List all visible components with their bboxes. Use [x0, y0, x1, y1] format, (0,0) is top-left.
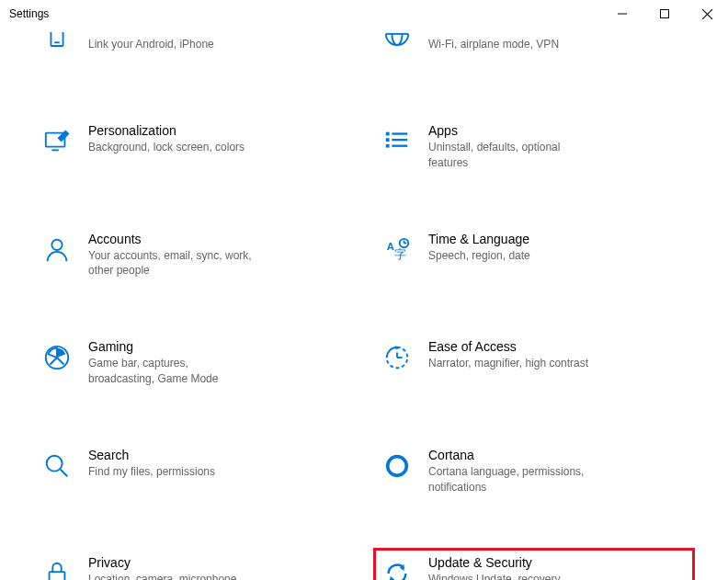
svg-rect-13: [386, 138, 390, 142]
item-desc: Find my files, permissions: [88, 464, 215, 480]
svg-line-22: [51, 358, 58, 365]
ease-of-access-icon: [381, 341, 414, 374]
setting-item-apps[interactable]: Apps Uninstall, defaults, optional featu…: [373, 116, 695, 178]
setting-item-phone[interactable]: Link your Android, iPhone: [33, 28, 355, 70]
item-desc: Wi-Fi, airplane mode, VPN: [428, 37, 559, 52]
setting-item-network[interactable]: Wi-Fi, airplane mode, VPN: [373, 28, 695, 70]
setting-item-gaming[interactable]: Gaming Game bar, captures, broadcasting,…: [33, 332, 355, 394]
item-title: Update & Security: [428, 555, 594, 570]
personalization-icon: [40, 125, 74, 158]
svg-rect-4: [51, 32, 63, 46]
item-desc: Windows Update, recovery, backup: [428, 572, 594, 580]
setting-item-time-language[interactable]: A 字 Time & Language Speech, region, date: [373, 224, 695, 287]
svg-marker-32: [391, 576, 395, 580]
item-desc: Speech, region, date: [428, 248, 530, 264]
item-desc: Cortana language, permissions, notificat…: [428, 464, 594, 495]
item-text: Time & Language Speech, region, date: [428, 232, 530, 264]
item-text: Cortana Cortana language, permissions, n…: [428, 448, 594, 495]
cortana-icon: [381, 449, 414, 483]
setting-item-personalization[interactable]: Personalization Background, lock screen,…: [33, 116, 355, 178]
item-text: Personalization Background, lock screen,…: [88, 123, 245, 155]
item-text: Accounts Your accounts, email, sync, wor…: [88, 232, 254, 279]
svg-text:A: A: [387, 241, 394, 252]
globe-icon: [381, 29, 414, 63]
update-security-icon: [381, 557, 414, 580]
item-desc: Location, camera, microphone: [88, 572, 236, 580]
item-desc: Narrator, magnifier, high contrast: [428, 356, 588, 371]
item-text: Link your Android, iPhone: [88, 35, 214, 52]
window-title: Settings: [9, 7, 49, 20]
svg-point-15: [51, 239, 62, 249]
item-title: Personalization: [88, 123, 245, 138]
close-button[interactable]: [686, 0, 728, 28]
svg-rect-12: [386, 132, 390, 136]
item-text: Gaming Game bar, captures, broadcasting,…: [88, 339, 254, 387]
item-title: Accounts: [88, 232, 254, 246]
window-controls: [601, 0, 728, 28]
svg-rect-1: [661, 10, 669, 18]
setting-item-update-security[interactable]: Update & Security Windows Update, recove…: [373, 548, 695, 580]
item-desc: Game bar, captures, broadcasting, Game M…: [88, 356, 254, 387]
titlebar: Settings: [0, 0, 728, 28]
gaming-icon: [40, 341, 74, 374]
svg-point-27: [47, 456, 63, 472]
maximize-button[interactable]: [643, 0, 686, 28]
item-text: Search Find my files, permissions: [88, 448, 215, 480]
item-text: Update & Security Windows Update, recove…: [428, 555, 594, 580]
svg-rect-30: [50, 573, 65, 581]
item-title: Ease of Access: [428, 339, 588, 354]
svg-point-29: [388, 456, 407, 475]
setting-item-accounts[interactable]: Accounts Your accounts, email, sync, wor…: [33, 224, 355, 287]
item-desc: Link your Android, iPhone: [88, 37, 214, 52]
item-title: Privacy: [88, 555, 236, 570]
item-title: Apps: [428, 123, 594, 138]
item-text: Apps Uninstall, defaults, optional featu…: [428, 123, 594, 171]
svg-line-28: [61, 470, 68, 477]
settings-content: Link your Android, iPhone Wi-Fi, airplan…: [0, 28, 728, 580]
apps-icon: [381, 125, 414, 158]
item-text: Wi-Fi, airplane mode, VPN: [428, 35, 559, 52]
setting-item-cortana[interactable]: Cortana Cortana language, permissions, n…: [373, 440, 695, 503]
item-text: Privacy Location, camera, microphone: [88, 555, 236, 580]
item-desc: Background, lock screen, colors: [88, 140, 245, 155]
svg-text:字: 字: [394, 247, 406, 261]
settings-grid: Link your Android, iPhone Wi-Fi, airplan…: [33, 28, 695, 580]
accounts-icon: [40, 233, 74, 267]
item-text: Ease of Access Narrator, magnifier, high…: [428, 339, 588, 371]
svg-line-23: [57, 358, 64, 365]
item-title: Cortana: [428, 448, 594, 462]
minimize-button[interactable]: [601, 0, 643, 28]
item-desc: Uninstall, defaults, optional features: [428, 140, 594, 171]
svg-rect-14: [386, 144, 390, 148]
item-desc: Your accounts, email, sync, work, other …: [88, 248, 254, 279]
phone-icon: [40, 29, 74, 63]
time-language-icon: A 字: [381, 233, 414, 267]
item-title: Gaming: [88, 339, 254, 354]
item-title: Time & Language: [428, 232, 530, 246]
item-title: Search: [88, 448, 215, 462]
search-icon: [40, 449, 74, 483]
setting-item-search[interactable]: Search Find my files, permissions: [33, 440, 355, 503]
setting-item-privacy[interactable]: Privacy Location, camera, microphone: [33, 548, 355, 580]
setting-item-ease-of-access[interactable]: Ease of Access Narrator, magnifier, high…: [373, 332, 695, 394]
privacy-icon: [40, 557, 74, 580]
